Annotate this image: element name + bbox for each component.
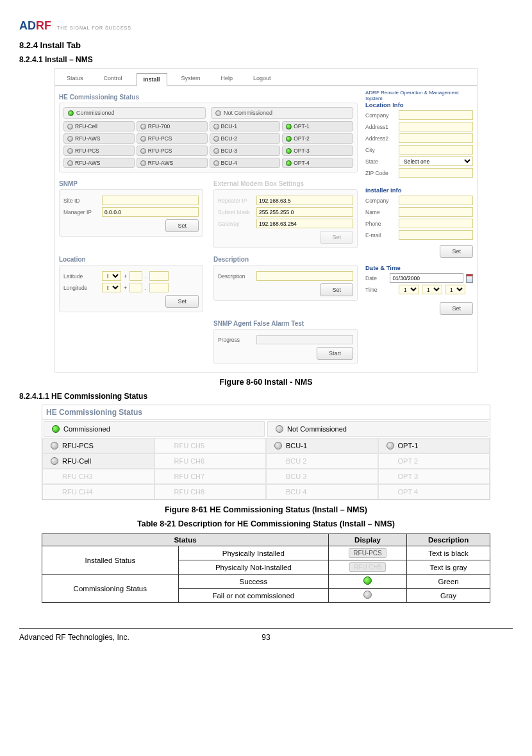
snmp-set-button[interactable]: Set [165, 219, 199, 232]
tab-help[interactable]: Help [215, 72, 240, 85]
calendar-icon[interactable] [466, 274, 473, 283]
led-icon [274, 442, 282, 449]
status-cell: BCU 3 [266, 469, 378, 484]
led-gray-icon [140, 148, 146, 154]
repeater-ip-input[interactable] [256, 196, 353, 205]
status-cell: OPT 2 [378, 453, 490, 469]
installer-email-input[interactable] [399, 230, 473, 240]
tab-install[interactable]: Install [137, 73, 167, 86]
subnet-mask-input[interactable] [256, 207, 353, 217]
description-input[interactable] [256, 271, 353, 281]
address2-input[interactable] [399, 133, 473, 143]
datetime-set-button[interactable]: Set [440, 302, 473, 315]
figure-61-caption: Figure 8-61 HE Commissioning Status (Ins… [19, 505, 513, 514]
status-cell: BCU 2 [266, 453, 378, 469]
gateway-input[interactable] [256, 219, 353, 228]
site-id-input[interactable] [102, 196, 199, 205]
sample-gray-text: RFU CH5 [349, 562, 386, 572]
led-green-icon [286, 124, 292, 130]
led-gray-icon [140, 136, 146, 142]
heading-install-tab: 8.2.4 Install Tab [19, 40, 513, 50]
date-time-title: Date & Time [365, 264, 473, 271]
location-set-button[interactable]: Set [165, 295, 199, 308]
time-sec-select[interactable]: 13 [445, 285, 465, 294]
installer-name-input[interactable] [399, 207, 473, 217]
led-gray-icon [140, 160, 146, 166]
status-pill: OPT-2 [282, 133, 353, 144]
led-green-icon [68, 110, 74, 116]
led-icon [51, 457, 58, 465]
address1-input[interactable] [399, 122, 473, 131]
status-pill: RFU-PCS [63, 146, 135, 156]
led-green-icon [286, 160, 292, 166]
progress-bar [256, 335, 353, 344]
not-commissioned-2: Not Commissioned [267, 421, 488, 437]
led-gray-icon [363, 591, 372, 599]
modem-title: External Modem Box Settings [213, 180, 358, 187]
table-21-caption: Table 8-21 Description for HE Commission… [19, 519, 513, 528]
heading-install-nms: 8.2.4.1 Install – NMS [19, 55, 513, 64]
led-gray-icon [215, 110, 221, 116]
tab-system[interactable]: System [175, 72, 207, 85]
status-pill: RFU-AWS [63, 133, 135, 144]
time-min-select[interactable]: 19 [422, 285, 442, 294]
alarm-title: SNMP Agent False Alarm Test [213, 320, 358, 327]
led-gray-icon [213, 160, 219, 166]
led-gray-icon [67, 136, 73, 142]
led-green-icon [363, 576, 372, 585]
status-pill: BCU-3 [210, 146, 281, 156]
status-pill: OPT-1 [282, 121, 353, 131]
city-input[interactable] [399, 145, 473, 155]
heading-he-status: 8.2.4.1.1 HE Commissioning Status [19, 392, 513, 401]
not-commissioned-status: Not Commissioned [211, 107, 353, 119]
zip-input[interactable] [399, 168, 473, 178]
location-info-title: Location Info [365, 101, 473, 108]
led-green-icon [286, 148, 292, 154]
status-pill: BCU-2 [210, 133, 281, 144]
led-green-icon [52, 425, 60, 433]
description-set-button[interactable]: Set [320, 283, 353, 296]
modem-set-button[interactable]: Set [320, 231, 353, 244]
time-hour-select[interactable]: 15 [399, 285, 419, 294]
installer-company-input[interactable] [399, 196, 473, 205]
status-pill: OPT-3 [282, 146, 353, 156]
led-green-icon [286, 136, 292, 142]
he-status-title-2: HE Commissioning Status [42, 405, 490, 419]
led-gray-icon [140, 124, 146, 130]
lat-min-input[interactable] [149, 271, 169, 281]
status-cell: RFU CH8 [154, 484, 267, 500]
lon-dir-select[interactable]: E [102, 283, 121, 292]
led-gray-icon [67, 148, 73, 154]
status-cell: OPT 3 [378, 469, 490, 484]
cell-installed-status: Installed Status [42, 546, 179, 575]
lat-deg-input[interactable] [129, 271, 142, 281]
installer-phone-input[interactable] [399, 219, 473, 228]
status-cell: RFU CH7 [154, 469, 267, 484]
lat-dir-select[interactable]: N [102, 271, 121, 281]
lon-min-input[interactable] [149, 283, 169, 292]
status-cell: RFU CH3 [42, 469, 154, 484]
installer-info-title: Installer Info [365, 187, 473, 194]
tab-status[interactable]: Status [60, 72, 90, 85]
info-set-button[interactable]: Set [440, 245, 473, 258]
commissioned-status: Commissioned [63, 107, 206, 119]
date-input[interactable] [390, 273, 463, 283]
led-gray-icon [213, 136, 219, 142]
lon-deg-input[interactable] [129, 283, 142, 292]
status-pill: BCU-4 [210, 158, 281, 168]
tab-logout[interactable]: Logout [247, 72, 278, 85]
company-input[interactable] [399, 110, 473, 120]
status-pill: OPT-4 [282, 158, 353, 168]
he-status-title: HE Commissioning Status [59, 94, 358, 101]
alarm-start-button[interactable]: Start [317, 347, 353, 360]
status-pill-grid: RFU-CellRFU-700BCU-1OPT-1RFU-AWSRFU-PCSB… [63, 121, 353, 168]
state-select[interactable]: Select one [399, 156, 473, 166]
status-cell: RFU CH5 [154, 438, 267, 453]
location-title: Location [59, 256, 203, 263]
status-pill: RFU-AWS [137, 158, 208, 168]
tab-control[interactable]: Control [97, 72, 129, 85]
status-cell: RFU CH4 [42, 484, 154, 500]
footer-company: Advanced RF Technologies, Inc. [19, 633, 147, 642]
led-gray-icon [276, 425, 283, 433]
manager-ip-input[interactable] [102, 207, 199, 217]
